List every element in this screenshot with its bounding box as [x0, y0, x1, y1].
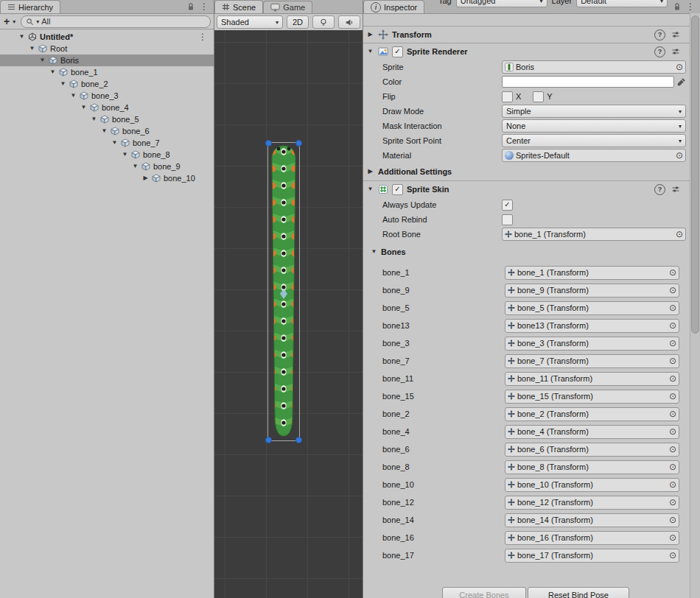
tree-row[interactable]: ▼ bone_2	[0, 78, 214, 90]
presets-icon[interactable]	[671, 185, 680, 194]
layer-dropdown[interactable]: Default ▾	[576, 0, 668, 7]
kebab-menu-icon[interactable]: ⋮	[200, 2, 209, 11]
foldout-arrow[interactable]: ▼	[100, 128, 108, 134]
object-picker-icon[interactable]: ⊙	[669, 445, 676, 454]
component-enabled-checkbox[interactable]: ✓	[392, 46, 403, 57]
tab-hierarchy[interactable]: Hierarchy	[0, 0, 60, 13]
object-picker-icon[interactable]: ⊙	[669, 303, 676, 312]
tree-row[interactable]: ▼ Untitled* ⋮	[0, 31, 214, 43]
hierarchy-search-input[interactable]: ▾ All	[21, 15, 211, 28]
always-update-checkbox[interactable]: ✓	[502, 200, 513, 211]
foldout-arrow[interactable]: ▼	[111, 140, 119, 146]
object-picker-icon[interactable]: ⊙	[669, 498, 676, 507]
object-picker-icon[interactable]: ⊙	[676, 151, 683, 160]
bone-object-field[interactable]: bone_1 (Transform) ⊙	[505, 266, 679, 280]
selection-handle[interactable]	[295, 437, 302, 443]
root-bone-object-field[interactable]: bone_1 (Transform) ⊙	[502, 228, 686, 241]
2d-toggle-button[interactable]: 2D	[287, 15, 309, 29]
help-icon[interactable]: ?	[654, 184, 665, 195]
tab-scene[interactable]: Scene	[214, 0, 263, 13]
object-picker-icon[interactable]: ⊙	[669, 321, 676, 330]
bone-object-field[interactable]: bone_6 (Transform) ⊙	[505, 443, 679, 457]
foldout-arrow[interactable]: ▼	[131, 163, 139, 169]
presets-icon[interactable]	[671, 47, 680, 56]
bone-object-field[interactable]: bone_11 (Transform) ⊙	[505, 372, 679, 386]
bone-object-field[interactable]: bone_9 (Transform) ⊙	[505, 284, 679, 298]
tree-row[interactable]: ▼ Boris	[0, 54, 214, 66]
foldout-arrow[interactable]: ▼	[69, 93, 77, 99]
selection-handle[interactable]	[265, 437, 272, 443]
tree-row[interactable]: ▼ Root	[0, 43, 214, 54]
help-icon[interactable]: ?	[654, 46, 665, 57]
color-swatch[interactable]	[502, 76, 674, 88]
object-picker-icon[interactable]: ⊙	[669, 462, 676, 471]
flip-y-checkbox[interactable]	[533, 91, 544, 102]
draw-mode-dropdown[interactable]: Simple ▾	[502, 105, 686, 118]
sprite-renderer-component-header[interactable]: ▼ ✓ Sprite Renderer ? ⋮	[363, 43, 700, 60]
foldout-open-icon[interactable]: ▼	[366, 49, 374, 54]
foldout-arrow[interactable]: ▼	[121, 152, 129, 158]
auto-rebind-checkbox[interactable]	[502, 214, 513, 225]
tree-row[interactable]: ▼ bone_3	[0, 90, 214, 102]
lock-icon[interactable]	[673, 2, 681, 11]
object-picker-icon[interactable]: ⊙	[669, 392, 676, 401]
object-picker-icon[interactable]: ⊙	[669, 427, 676, 436]
foldout-arrow[interactable]: ▼	[38, 57, 46, 63]
add-object-caret-icon[interactable]: ▾	[13, 18, 15, 25]
kebab-menu-icon[interactable]: ⋮	[686, 2, 695, 11]
material-object-field[interactable]: Sprites-Default ⊙	[502, 149, 686, 162]
bone-object-field[interactable]: bone_15 (Transform) ⊙	[505, 390, 679, 404]
tree-row[interactable]: ▶ bone_10	[0, 172, 214, 184]
component-enabled-checkbox[interactable]: ✓	[392, 184, 403, 195]
scene-viewport[interactable]	[214, 30, 363, 598]
tree-row[interactable]: ▼ bone_1	[0, 66, 214, 78]
bones-foldout[interactable]: ▼ Bones	[363, 245, 700, 259]
reset-bind-pose-button[interactable]: Reset Bind Pose	[528, 587, 629, 598]
sort-point-dropdown[interactable]: Center ▾	[502, 134, 686, 147]
bone-object-field[interactable]: bone_16 (Transform) ⊙	[505, 531, 679, 545]
sprite-object-field[interactable]: Boris ⊙	[502, 60, 686, 74]
tag-dropdown[interactable]: Untagged ▾	[456, 0, 547, 7]
tree-row[interactable]: ▼ bone_4	[0, 102, 214, 113]
foldout-open-icon[interactable]: ▼	[366, 186, 374, 192]
object-picker-icon[interactable]: ⊙	[669, 551, 676, 560]
object-picker-icon[interactable]: ⊙	[669, 356, 676, 365]
selection-handle[interactable]	[295, 140, 302, 147]
foldout-arrow[interactable]: ▶	[141, 175, 150, 181]
scrollbar-thumb[interactable]	[691, 15, 699, 334]
bone-object-field[interactable]: bone_8 (Transform) ⊙	[505, 460, 679, 474]
object-picker-icon[interactable]: ⊙	[669, 480, 676, 489]
tree-row[interactable]: ▼ bone_8	[0, 149, 214, 161]
foldout-arrow[interactable]: ▼	[59, 81, 67, 87]
create-bones-button[interactable]: Create Bones	[442, 587, 526, 598]
foldout-arrow[interactable]: ▼	[28, 46, 36, 52]
bone-object-field[interactable]: bone_14 (Transform) ⊙	[505, 513, 679, 527]
object-picker-icon[interactable]: ⊙	[676, 63, 683, 71]
transform-component-header[interactable]: ▶ Transform ? ⋮	[363, 26, 700, 43]
object-picker-icon[interactable]: ⊙	[669, 286, 676, 295]
bone-object-field[interactable]: bone_10 (Transform) ⊙	[505, 478, 679, 492]
presets-icon[interactable]	[671, 30, 680, 39]
tab-inspector[interactable]: i Inspector	[363, 0, 424, 13]
bone-object-field[interactable]: bone_12 (Transform) ⊙	[505, 496, 679, 510]
object-picker-icon[interactable]: ⊙	[669, 516, 676, 524]
foldout-open-icon[interactable]: ▼	[370, 249, 378, 255]
lock-icon[interactable]	[187, 2, 195, 11]
tree-row[interactable]: ▼ bone_5	[0, 113, 214, 125]
mask-interaction-dropdown[interactable]: None ▾	[502, 119, 686, 133]
tab-game[interactable]: Game	[263, 1, 312, 13]
foldout-closed-icon[interactable]: ▶	[366, 169, 374, 175]
bone-object-field[interactable]: bone_7 (Transform) ⊙	[505, 354, 679, 368]
foldout-arrow[interactable]: ▼	[80, 105, 88, 110]
bone-object-field[interactable]: bone13 (Transform) ⊙	[505, 319, 679, 333]
object-picker-icon[interactable]: ⊙	[669, 533, 676, 542]
foldout-arrow[interactable]: ▼	[18, 34, 26, 40]
bone-object-field[interactable]: bone_17 (Transform) ⊙	[505, 549, 679, 563]
object-picker-icon[interactable]: ⊙	[669, 409, 676, 418]
help-icon[interactable]: ?	[654, 29, 665, 41]
additional-settings-foldout[interactable]: ▶ Additional Settings	[363, 163, 700, 180]
object-picker-icon[interactable]: ⊙	[676, 230, 683, 239]
object-picker-icon[interactable]: ⊙	[669, 374, 676, 383]
foldout-arrow[interactable]: ▼	[49, 69, 57, 75]
foldout-closed-icon[interactable]: ▶	[366, 32, 374, 38]
